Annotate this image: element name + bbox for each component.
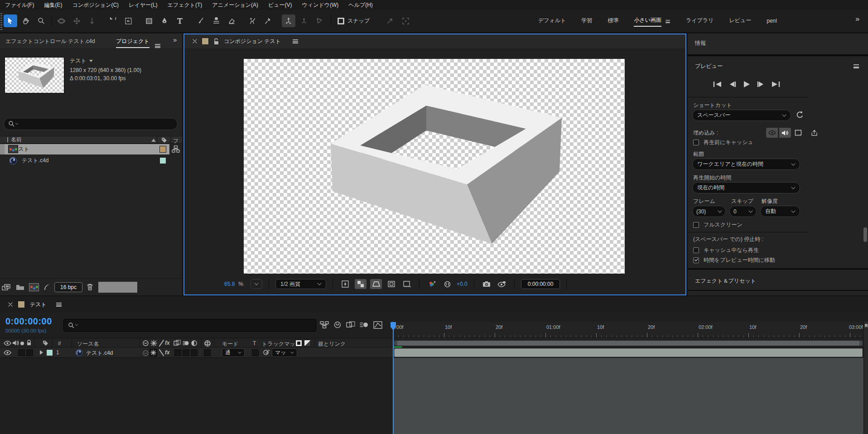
snap-toggle[interactable]: スナップ: [338, 17, 370, 25]
layer-shy-switch[interactable]: [142, 350, 149, 357]
mini-flowchart-icon[interactable]: [320, 321, 329, 329]
project-panel-menu-icon[interactable]: [155, 44, 160, 48]
search-options-chevron-icon[interactable]: [75, 323, 78, 326]
project-item-name[interactable]: テスト.c4d: [22, 157, 49, 164]
workspace-learn[interactable]: 学習: [581, 17, 592, 26]
panel-divider[interactable]: [688, 268, 868, 270]
source-name-column[interactable]: ソース名: [77, 340, 99, 348]
lock-column-icon[interactable]: [26, 340, 32, 346]
quill-icon[interactable]: [43, 284, 50, 291]
exposure-value[interactable]: +0.0: [457, 281, 468, 287]
include-audio-speaker-icon[interactable]: [779, 128, 791, 138]
dolly-camera-tool[interactable]: [85, 14, 99, 27]
menu-animation[interactable]: アニメーション(A): [207, 1, 263, 9]
layer-duration-bar[interactable]: [394, 348, 863, 357]
menu-effect[interactable]: エフェクト(T): [163, 1, 207, 9]
graph-editor-icon[interactable]: [373, 321, 382, 329]
layer-visibility-eye-icon[interactable]: [4, 350, 11, 356]
video-column-eye-icon[interactable]: [4, 340, 11, 346]
timeline-panel-menu-icon[interactable]: [56, 303, 62, 307]
zoom-tool[interactable]: [34, 14, 48, 27]
alpha-matte-icon[interactable]: [295, 340, 302, 347]
region-of-interest-capture-icon[interactable]: [399, 14, 412, 27]
tab-effect-controls[interactable]: エフェクトコントロール テスト.c4d: [5, 38, 95, 45]
comp-viewer[interactable]: [244, 59, 625, 274]
clone-stamp-tool[interactable]: [209, 14, 223, 27]
trash-icon[interactable]: [87, 283, 93, 291]
comp-panel-menu-icon[interactable]: [293, 39, 298, 43]
shortcut-dropdown[interactable]: スペースバー: [692, 110, 791, 121]
work-area-end-handle[interactable]: [859, 341, 863, 346]
include-overlays-frame-icon[interactable]: [792, 128, 804, 138]
workspace-default[interactable]: デフォルト: [538, 17, 566, 26]
rotate-tool[interactable]: [106, 14, 120, 27]
orbit-camera-tool[interactable]: [54, 14, 68, 27]
layer-track-matte-dropdown[interactable]: マッ: [272, 348, 297, 357]
timeline-tab-title[interactable]: テスト: [30, 301, 47, 309]
layer-frame-blend-cell[interactable]: [174, 349, 181, 356]
scrollbar-thumb[interactable]: [863, 227, 867, 242]
project-search[interactable]: [4, 118, 178, 130]
comp-marker-bin-icon[interactable]: [864, 323, 868, 328]
share-export-icon[interactable]: [808, 128, 820, 138]
label-color-chip[interactable]: [159, 146, 166, 153]
transparency-grid-icon[interactable]: [355, 279, 366, 289]
fullscreen-row[interactable]: フルスクリーン: [693, 221, 743, 229]
world-axis-mode[interactable]: [297, 14, 311, 27]
column-name[interactable]: 名前: [11, 136, 22, 144]
layer-solo-cell[interactable]: [18, 349, 25, 356]
unlock-icon[interactable]: [213, 38, 219, 45]
tab-project[interactable]: プロジェクト: [116, 38, 149, 48]
menu-window[interactable]: ウィンドウ(W): [297, 1, 344, 9]
previous-frame-button[interactable]: [728, 81, 737, 87]
play-from-dropdown[interactable]: 現在の時間: [692, 182, 800, 193]
rectangle-tool[interactable]: [142, 14, 156, 27]
collapse-transformations-icon[interactable]: [150, 340, 157, 347]
new-folder-icon[interactable]: [16, 284, 25, 291]
roto-brush-tool[interactable]: [246, 14, 259, 27]
range-dropdown[interactable]: ワークエリアと現在の時間: [692, 159, 800, 170]
timeline-search-input[interactable]: [79, 321, 312, 330]
project-comp-name[interactable]: テスト: [70, 57, 87, 65]
preview-panel-title[interactable]: プレビュー: [695, 63, 723, 70]
play-if-cached-row[interactable]: キャッシュ中なら再生: [693, 246, 759, 254]
label-column-icon[interactable]: [160, 137, 168, 144]
close-panel-icon[interactable]: [193, 39, 197, 43]
workspace-menu-icon[interactable]: [665, 20, 670, 23]
workspace-overflow-chevron[interactable]: »: [855, 14, 859, 24]
comp-flyout-arrow-icon[interactable]: [89, 60, 93, 62]
comp-zoom-value[interactable]: 65.8: [224, 281, 235, 287]
work-area-start-handle[interactable]: [394, 341, 397, 346]
quality-switch-icon[interactable]: [159, 340, 164, 347]
view-axis-mode[interactable]: [313, 14, 326, 27]
close-timeline-tab-icon[interactable]: [8, 302, 13, 307]
motion-blur-switch-icon[interactable]: [183, 340, 189, 347]
layer-label-chip[interactable]: [46, 349, 53, 356]
search-options-chevron-icon[interactable]: [15, 121, 18, 124]
preserve-transparency-column[interactable]: T: [253, 340, 256, 347]
comp-label-color[interactable]: [202, 38, 209, 45]
project-row-selected[interactable]: テスト: [0, 144, 182, 154]
menu-help[interactable]: ヘルプ(H): [343, 1, 378, 9]
skip-dropdown[interactable]: 0: [729, 206, 757, 217]
label-column-icon[interactable]: [42, 340, 49, 347]
audio-column-speaker-icon[interactable]: [12, 340, 19, 346]
next-frame-button[interactable]: [757, 81, 765, 87]
shy-icon[interactable]: [333, 321, 342, 329]
workspace-library[interactable]: ライブラリ: [686, 17, 714, 26]
motion-blur-icon[interactable]: [360, 321, 369, 328]
timeline-empty-track-area[interactable]: [393, 358, 863, 434]
menu-composition[interactable]: コンポジション(C): [67, 1, 124, 9]
menu-layer[interactable]: レイヤー(L): [124, 1, 163, 9]
work-area-bar[interactable]: [394, 341, 863, 346]
workspace-small-screen[interactable]: 小さい画面: [634, 16, 661, 27]
layer-preserve-transparency-cell[interactable]: [252, 349, 259, 356]
fullscreen-checkbox[interactable]: [693, 222, 699, 228]
cache-before-play-row[interactable]: 再生前にキャッシュ: [693, 139, 753, 146]
type-tool[interactable]: [173, 14, 187, 27]
layer-motion-blur-cell[interactable]: [183, 349, 189, 356]
sort-ascending-icon[interactable]: [151, 139, 156, 142]
hash-column[interactable]: #: [58, 340, 61, 347]
zoom-dropdown-button[interactable]: [251, 279, 262, 289]
workspace-penl[interactable]: penl: [767, 18, 777, 26]
